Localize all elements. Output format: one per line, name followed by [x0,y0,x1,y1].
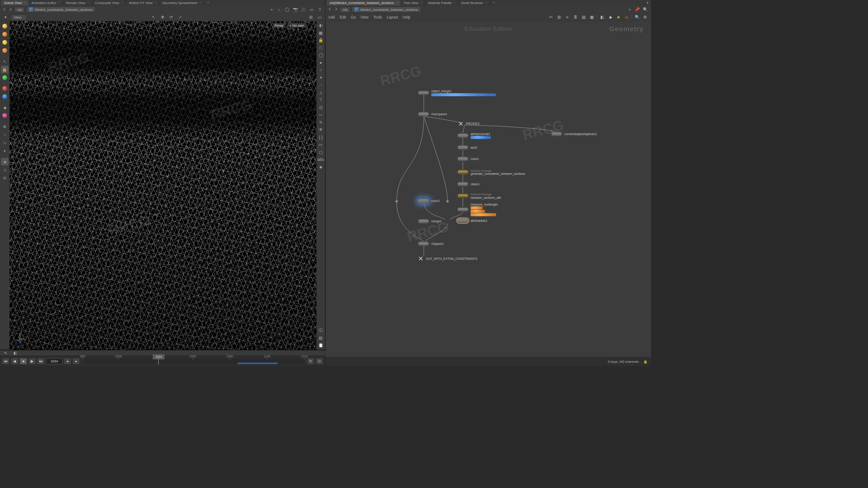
menu-tools[interactable]: Tools [373,15,382,19]
align-icon[interactable]: ≡ [564,14,571,21]
scale-tool-icon[interactable]: ⤢ [177,14,184,21]
highlight-icon[interactable]: ✦ [317,75,324,81]
select-tool-icon[interactable]: ↖ [150,14,157,21]
network-dot[interactable] [446,200,449,203]
node-merge1-vis[interactable]: merge1 [418,219,442,224]
flipbook-icon[interactable]: ▭ [316,14,323,21]
node-proxies[interactable]: PROXIES [458,121,480,127]
path-dropdown-icon[interactable]: ▾ [269,7,274,12]
prev-key-button[interactable]: ◂ [64,358,71,365]
list-icon[interactable]: ▦ [589,14,595,21]
network-editor-canvas[interactable]: Education Edition Geometry object_merge1 [326,21,651,357]
menu-view[interactable]: View [360,15,368,19]
node-color1[interactable]: color1 [457,157,479,162]
wireframe-icon[interactable]: ▦ [317,30,324,36]
tab-geometry-spreadsheet[interactable]: Geometry Spreadsheet× [160,0,204,5]
snap-point-icon[interactable]: ○ [1,131,9,139]
node-out[interactable]: OUT_WITH_EXTRA_CONSTRAINTS [418,256,477,262]
lock-icon[interactable]: 🔒 [642,359,649,365]
playhead-frame[interactable]: 1034 [153,354,165,359]
ortho-grid-icon[interactable]: ⊡ [1,174,9,182]
nav-back-icon[interactable] [328,7,333,12]
prev-frame-button[interactable]: ◀ [11,358,19,365]
node-rbdunpack1[interactable]: rbdunpack1 [418,112,447,117]
viewport-canvas[interactable]: Persp ● No cam [9,21,316,350]
pin-icon[interactable]: 📌 [634,6,641,13]
menu-go[interactable]: Go [351,15,356,19]
realtime-toggle-button[interactable]: ⏲ [316,358,323,365]
path-chip-obj[interactable]: obj [340,7,351,13]
ghost-icon[interactable]: ◯ [317,52,324,59]
snap-grid-icon[interactable]: ⊞ [1,123,9,131]
sphere-alt-icon[interactable]: ○ [317,67,324,74]
node-wrangle-between-sections-attr[interactable]: Attribute Wranglebetween_sections_attr [457,192,501,199]
camera-icon[interactable]: 🎥 [300,6,307,13]
note-icon[interactable]: ■ [615,14,622,21]
lock-icon[interactable]: 🔒 [317,38,324,44]
translate-tool-icon[interactable]: ✥ [159,14,166,21]
tab-asset-browser[interactable]: Asset Browser× [458,0,490,5]
loop-mode-button[interactable]: ↻ [307,358,315,365]
menu-add[interactable]: Add [328,15,335,19]
info-icon[interactable]: ⓘ [317,328,324,334]
snapshot-icon[interactable]: ▭ [308,6,315,13]
play-button[interactable]: ▶ [28,358,36,365]
node-object-merge1[interactable]: object_merge1 /obj/Week4_fracture_optimi… [418,89,496,96]
view-tool-icon[interactable] [1,74,9,82]
layout-icon[interactable]: ⊞ [307,14,314,21]
grid-icon[interactable]: ⊞ [556,14,562,21]
nav-forward-icon[interactable] [8,7,13,12]
cplane-toggle-icon[interactable]: ◇ [1,166,9,174]
node-attribdelete1[interactable]: attribdelete1 [457,218,487,223]
tab-scene-view[interactable]: Scene View× [1,0,29,5]
light-icon[interactable] [1,85,9,93]
path-dropdown-icon[interactable]: ▾ [627,7,633,12]
tab-network-path[interactable]: /obj/Week4_constraints_between_sections× [327,0,401,5]
shade-icon[interactable]: ◐ [317,23,324,29]
pane-menu-button[interactable]: ▾ [644,0,651,6]
path-chip-geo[interactable]: Week4_constraints_between_sections [352,6,421,13]
tab-motion-fx-view[interactable]: Motion FX View× [126,0,160,5]
select-icon[interactable]: ↖ [1,58,9,66]
brush-icon[interactable]: ✎ [317,119,324,126]
stop-button[interactable]: ■ [20,358,28,365]
camera-name-label[interactable]: ● No cam [288,23,306,28]
first-frame-button[interactable]: ⏮ [2,358,10,365]
primitive-box-icon[interactable] [1,31,9,38]
display-uv-icon[interactable]: ⊡ [317,104,324,111]
close-icon[interactable]: × [58,1,60,5]
color-icon[interactable]: ◧ [599,14,605,21]
close-icon[interactable]: × [24,1,26,5]
close-icon[interactable]: × [199,1,201,5]
node-rbdpack1[interactable]: rbdpack1 [418,241,444,246]
tab-animation-editor[interactable]: Animation Editor× [29,0,63,5]
network-dot[interactable] [396,200,398,203]
display-prim-normals-icon[interactable]: ⊤ [317,97,324,103]
node-wrangle-generate[interactable]: Attribute Wranglegenerate_constraints_be… [457,169,525,176]
gear-icon[interactable]: ⚙ [642,14,649,21]
image-icon[interactable]: ▭ [623,14,630,21]
close-icon[interactable]: × [420,1,422,5]
display-points-icon[interactable]: ∴ [317,82,324,89]
close-icon[interactable]: × [485,1,487,5]
node-add1[interactable]: add1 [457,145,477,150]
nav-forward-icon[interactable] [334,7,339,12]
current-frame-input[interactable] [46,358,62,364]
material-icon[interactable] [1,93,9,101]
close-icon[interactable]: × [87,1,89,5]
cplane-icon[interactable]: ◈ [1,158,9,166]
shape-icon[interactable]: ◆ [607,14,613,21]
close-icon[interactable]: × [453,1,455,5]
ghost-icon[interactable]: ◯ [284,6,291,13]
view-selector[interactable]: View [11,14,26,20]
color-chip-icon[interactable]: ■ [317,164,324,170]
template-icon[interactable]: □ [317,45,324,51]
camera-icon[interactable]: 📷 [292,6,299,13]
rotate-tool-icon[interactable]: ⟳ [168,14,175,21]
camera-type-label[interactable]: Persp [273,23,286,28]
node-measure-restlength[interactable]: measure_restlength Perimeter Elements: 0… [457,203,498,216]
home-icon[interactable]: ⌂ [276,6,283,13]
sphere-icon[interactable]: ● [317,60,324,66]
snap-multi-icon[interactable]: ✦ [1,147,9,155]
label-abc-icon[interactable]: abc [317,157,324,163]
